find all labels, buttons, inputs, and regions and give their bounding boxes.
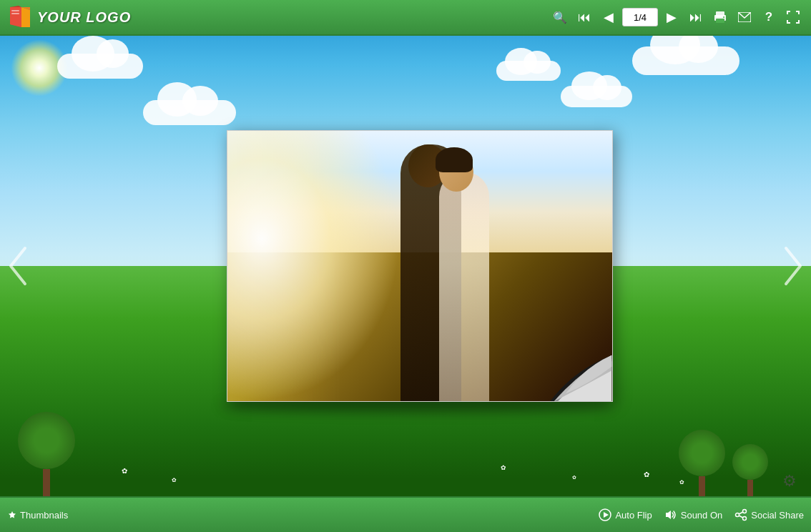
social-share-label: Social Share: [751, 510, 804, 521]
logo-text: YOUR LOGO: [37, 9, 131, 26]
svg-rect-6: [11, 13, 19, 14]
auto-flip-label: Auto Flip: [615, 510, 652, 521]
sound-icon: [664, 508, 678, 522]
app-container: ✿ ✿ ✿ ✿ ✿ ✿ ⚙ YOUR LOGO 🔍 ⏮ ◀ 1/4: [0, 0, 811, 532]
prev-page-button[interactable]: ◀: [598, 6, 619, 28]
thumbnails-icon: [7, 510, 17, 520]
bottom-right-controls: Auto Flip Sound On: [598, 508, 804, 522]
sound-button[interactable]: Sound On: [664, 508, 723, 522]
svg-line-19: [739, 516, 743, 518]
thumbnails-button[interactable]: Thumbnails: [7, 510, 68, 521]
book-area: [0, 36, 811, 496]
social-share-icon: [734, 508, 748, 522]
svg-point-16: [736, 513, 739, 517]
auto-flip-icon: [598, 508, 612, 522]
toolbar-controls: 🔍 ⏮ ◀ 1/4 ▶ ⏭ ?: [549, 6, 804, 28]
svg-rect-5: [11, 10, 19, 11]
page-curl-effect: [519, 294, 612, 401]
page-input[interactable]: 1/4: [622, 8, 658, 26]
thumbnails-label: Thumbnails: [20, 510, 68, 521]
social-share-button[interactable]: Social Share: [734, 508, 804, 522]
svg-marker-1: [21, 7, 30, 27]
logo-area: YOUR LOGO: [7, 4, 131, 30]
first-page-button[interactable]: ⏮: [574, 6, 595, 28]
svg-marker-3: [10, 6, 21, 7]
bottom-bar: Thumbnails Auto Flip: [0, 496, 811, 532]
svg-marker-13: [604, 512, 609, 518]
svg-line-18: [739, 512, 743, 514]
logo-icon: [7, 4, 33, 30]
auto-flip-button[interactable]: Auto Flip: [598, 508, 652, 522]
toolbar: YOUR LOGO 🔍 ⏮ ◀ 1/4 ▶ ⏭: [0, 0, 811, 36]
svg-point-17: [743, 517, 747, 521]
help-button[interactable]: ?: [758, 6, 780, 28]
zoom-button[interactable]: 🔍: [549, 6, 571, 28]
next-page-button[interactable]: ▶: [661, 6, 682, 28]
right-nav-arrow[interactable]: [775, 237, 811, 295]
svg-rect-10: [723, 16, 724, 18]
svg-point-15: [743, 510, 747, 513]
book-page: [227, 130, 613, 402]
fullscreen-button[interactable]: [782, 6, 804, 28]
svg-rect-9: [716, 19, 724, 23]
last-page-button[interactable]: ⏭: [685, 6, 707, 28]
book-container: [205, 130, 606, 402]
email-button[interactable]: [734, 6, 755, 28]
sound-label: Sound On: [681, 510, 723, 521]
print-button[interactable]: [709, 6, 731, 28]
svg-marker-14: [666, 511, 671, 519]
left-nav-arrow[interactable]: [0, 237, 36, 295]
